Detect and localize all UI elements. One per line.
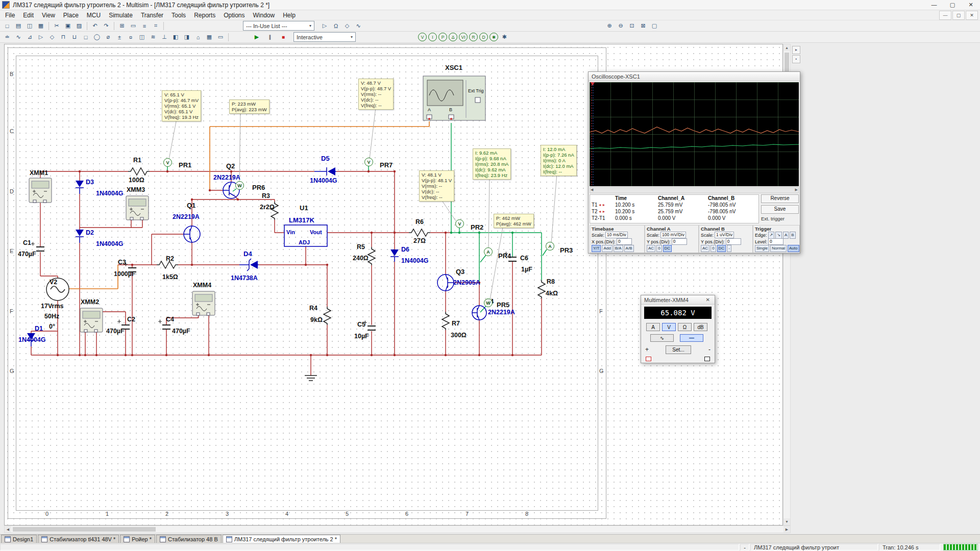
probe-differential-icon[interactable]: Δ — [449, 33, 457, 41]
t1-left-arrow-icon[interactable]: ◄ — [598, 202, 602, 208]
save-icon[interactable]: ◫ — [24, 21, 35, 31]
save-button[interactable]: Save — [761, 205, 799, 214]
probe-voltage-icon[interactable]: V — [418, 33, 427, 41]
negative-terminal[interactable] — [704, 357, 710, 361]
pause-simulation-button[interactable]: ∥ — [265, 32, 275, 42]
menu-place[interactable]: Place — [59, 11, 83, 20]
channel-b-scale-value[interactable]: 1 uV/Div — [715, 232, 734, 238]
timebase-yt-button[interactable]: Y/T — [592, 245, 601, 252]
mdi-close-button[interactable]: ✕ — [966, 11, 978, 20]
trigger-rising-edge-icon[interactable]: ↗ — [768, 232, 775, 239]
peripherals-icon[interactable]: ◫ — [137, 32, 147, 42]
timebase-ba-button[interactable]: B/A — [614, 245, 623, 252]
channel-a-dc-button[interactable]: DC — [663, 245, 672, 252]
dc-mode-icon[interactable]: — — [680, 334, 703, 342]
probe-current-icon[interactable]: I — [428, 33, 437, 41]
run-simulation-button[interactable]: ▶ — [252, 32, 262, 42]
in-use-list-dropdown[interactable]: --- In-Use List --- ▾ — [243, 21, 314, 31]
menu-mcu[interactable]: MCU — [83, 11, 105, 20]
scroll-left-icon[interactable]: ◀ — [5, 526, 11, 533]
sheet-tab-5[interactable]: ЛМ317 следящий фильтр утроитель 2 * — [223, 535, 340, 543]
t2-left-arrow-icon[interactable]: ◄ — [598, 208, 602, 215]
channel-a-zero-button[interactable]: 0 — [656, 245, 662, 252]
probe-settings-icon[interactable]: ✱ — [489, 33, 498, 41]
menu-help[interactable]: Help — [279, 11, 300, 20]
menu-reports[interactable]: Reports — [190, 11, 219, 20]
misc-group-icon[interactable]: ¤ — [126, 32, 136, 42]
ttl-group-icon[interactable]: ⊓ — [58, 32, 68, 42]
electromech-icon[interactable]: ⊥ — [159, 32, 169, 42]
connector-icon[interactable]: ◧ — [170, 32, 181, 42]
timebase-add-button[interactable]: Add — [602, 245, 612, 252]
channel-b-ac-button[interactable]: AC — [701, 245, 709, 252]
sheet-tab-1[interactable]: Design1 — [1, 535, 37, 543]
close-button[interactable]: ✕ — [962, 0, 980, 10]
channel-b-dc-button[interactable]: DC — [717, 245, 726, 252]
trigger-falling-edge-icon[interactable]: ↘ — [775, 232, 782, 239]
voltmeter-button[interactable]: V — [662, 323, 676, 331]
zoom-in-icon[interactable]: ⊕ — [604, 21, 615, 31]
list-icon[interactable]: ≡ — [139, 21, 150, 31]
db-button[interactable]: dB — [694, 323, 707, 331]
basic-group-icon[interactable]: ∿ — [13, 32, 23, 42]
close-icon[interactable]: ✕ — [704, 297, 712, 303]
scroll-down-icon[interactable]: ▼ — [783, 518, 790, 525]
probe-vi-icon[interactable]: VI — [459, 33, 468, 41]
probe-settings-gear-icon[interactable]: ✱ — [499, 32, 509, 42]
scroll-right-icon[interactable]: ▶ — [783, 526, 790, 533]
scope-time-scrollbar[interactable]: ◀ ▶ — [590, 187, 799, 193]
trigger-auto-button[interactable]: Auto — [788, 245, 799, 252]
place-source-icon[interactable]: ∿ — [353, 21, 363, 31]
probe-pr7[interactable]: V — [364, 158, 373, 166]
undo-icon[interactable]: ↶ — [90, 21, 100, 31]
bus-icon[interactable]: ▦ — [204, 32, 214, 42]
reverse-button[interactable]: Reverse — [761, 194, 799, 203]
channel-b-minus-button[interactable]: - — [727, 245, 731, 252]
sheet-tab-2[interactable]: Стабилизатор tl431 48V * — [38, 535, 119, 543]
dock-panel-button-1[interactable]: ▸ — [792, 46, 800, 54]
probe-pr5[interactable]: W — [484, 298, 493, 307]
zoom-out-icon[interactable]: ⊖ — [616, 21, 626, 31]
menu-file[interactable]: File — [1, 11, 19, 20]
grid-icon[interactable]: ⊞ — [117, 21, 127, 31]
menu-transfer[interactable]: Transfer — [137, 11, 167, 20]
diode-group-icon[interactable]: ⊿ — [24, 32, 35, 42]
dock-panel-button-2[interactable]: ▪ — [792, 55, 800, 63]
trigger-source-a-button[interactable]: A — [783, 232, 789, 239]
interactive-dropdown[interactable]: Interactive ▾ — [293, 32, 356, 42]
minimize-button[interactable]: — — [925, 0, 943, 10]
power-group-icon[interactable]: ± — [114, 32, 125, 42]
print-icon[interactable]: ▦ — [36, 21, 46, 31]
cmos-group-icon[interactable]: ⊔ — [69, 32, 80, 42]
new-icon[interactable]: □ — [2, 21, 12, 31]
probe-pr3[interactable]: A — [546, 242, 554, 251]
channel-b-ypos-value[interactable]: 0 — [726, 238, 741, 245]
zoom-fullscreen-icon[interactable]: ▢ — [649, 21, 659, 31]
mdi-minimize-button[interactable]: — — [939, 11, 951, 20]
timebase-scale-value[interactable]: 10 ms/Div — [605, 232, 628, 238]
probe-pr2[interactable]: V — [455, 219, 464, 228]
menu-window[interactable]: Window — [249, 11, 279, 20]
misc-digital-icon[interactable]: □ — [81, 32, 91, 42]
stop-simulation-button[interactable]: ■ — [278, 32, 288, 42]
channel-a-ac-button[interactable]: AC — [647, 245, 655, 252]
probe-ref-icon[interactable]: R — [469, 33, 478, 41]
transistor-group-icon[interactable]: ▷ — [36, 32, 46, 42]
oscilloscope-window[interactable]: Oscilloscope-XSC1 ◀ ▶ Time Channel_A Cha… — [588, 71, 800, 254]
mixed-group-icon[interactable]: ◯ — [92, 32, 102, 42]
menu-tools[interactable]: Tools — [167, 11, 190, 20]
redo-icon[interactable]: ↷ — [101, 21, 111, 31]
mcu-icon[interactable]: ◨ — [182, 32, 192, 42]
multimeter-window[interactable]: Multimeter-XMM4 ✕ 65.082 V A V Ω dB ∿ — … — [641, 295, 715, 363]
copy-icon[interactable]: ▣ — [63, 21, 73, 31]
zoom-fit-icon[interactable]: ⊠ — [638, 21, 648, 31]
sheet-icon[interactable]: ▭ — [128, 21, 138, 31]
trigger-single-button[interactable]: Single — [755, 245, 769, 252]
menu-view[interactable]: View — [38, 11, 59, 20]
rf-group-icon[interactable]: ≋ — [148, 32, 158, 42]
horizontal-scrollbar[interactable]: ◀ ▶ — [4, 525, 791, 533]
timebase-ab-button[interactable]: A/B — [624, 245, 634, 252]
indicator-group-icon[interactable]: ⌀ — [103, 32, 113, 42]
place-resistor-icon[interactable]: Ω — [331, 21, 341, 31]
ammeter-button[interactable]: A — [646, 323, 660, 331]
